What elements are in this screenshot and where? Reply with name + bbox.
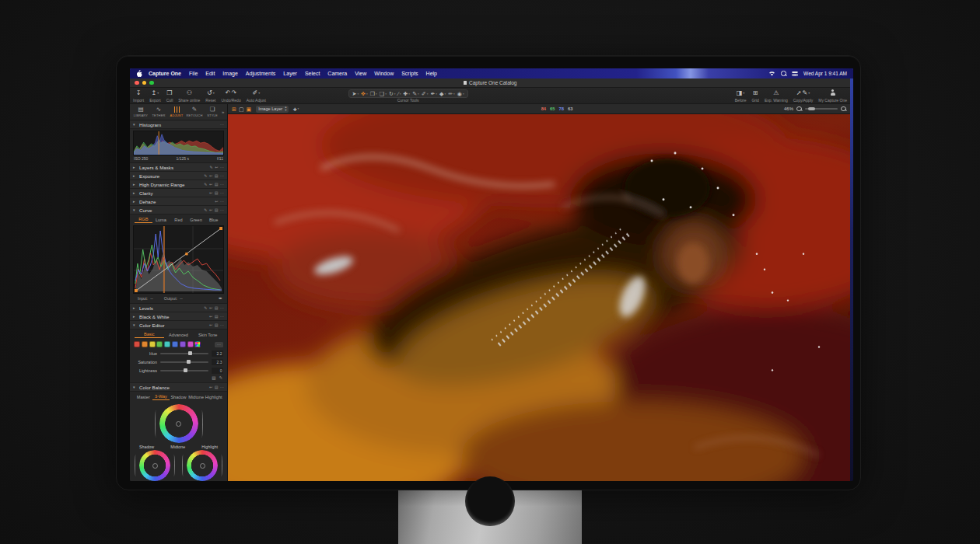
- swatch-orange[interactable]: [142, 341, 148, 347]
- panel-dehaze[interactable]: ▸ Dehaze ↩⋯: [130, 197, 227, 206]
- swatch-all-colors[interactable]: [194, 341, 201, 347]
- color-editor-picker-icon[interactable]: ✎: [219, 375, 222, 380]
- spotlight-search-icon[interactable]: [781, 71, 786, 76]
- lightness-slider[interactable]: [160, 370, 208, 371]
- share-online-button[interactable]: ⚇ Share online: [178, 89, 200, 103]
- lightness-value[interactable]: 0: [212, 368, 223, 374]
- single-view-icon[interactable]: ▢: [239, 106, 244, 112]
- preset-icon[interactable]: ▤: [215, 173, 219, 178]
- zoom-in-icon[interactable]: [841, 106, 846, 112]
- panel-menu-icon[interactable]: ⋯: [220, 199, 224, 204]
- swatch-yellow[interactable]: [149, 341, 156, 347]
- panel-menu-icon[interactable]: ⋯: [220, 173, 224, 178]
- panel-menu-icon[interactable]: ⋯: [220, 165, 224, 169]
- panel-menu-icon[interactable]: ⋯: [220, 323, 224, 327]
- menu-view[interactable]: View: [355, 71, 366, 76]
- curve-picker-icon[interactable]: ✒: [219, 295, 222, 301]
- panel-curve-header[interactable]: ▾ Curve ✎↩▤⋯: [130, 206, 227, 214]
- curve-tab-blue[interactable]: Blue: [205, 218, 222, 223]
- edit-mask-icon[interactable]: ✎: [210, 165, 213, 169]
- panel-color-editor-header[interactable]: ▾ Color Editor ↩▤⋯: [130, 321, 227, 330]
- select-tool[interactable]: ➤▾: [352, 91, 359, 97]
- menu-edit[interactable]: Edit: [205, 71, 215, 76]
- auto-adjust-button[interactable]: ✐▾ Auto Adjust: [247, 89, 266, 103]
- erase-mask-tool[interactable]: ✐▾: [422, 91, 429, 97]
- panel-menu-icon[interactable]: ⋯: [220, 182, 224, 187]
- add-layer-button[interactable]: ✚ ▾: [292, 106, 299, 112]
- rotate-tool[interactable]: ↻▾: [389, 91, 396, 97]
- curve-graph[interactable]: [133, 225, 224, 294]
- draw-mask-tool[interactable]: ✎▾: [412, 91, 419, 97]
- copy-icon[interactable]: ↩: [215, 199, 218, 204]
- menu-file[interactable]: File: [189, 71, 198, 76]
- undo-redo-button[interactable]: ↶↷ Undo/Redo: [221, 89, 240, 103]
- copy-icon[interactable]: ↩: [209, 190, 212, 195]
- edit-icon[interactable]: ✎: [204, 182, 207, 187]
- menu-select[interactable]: Select: [305, 71, 320, 76]
- midtone-color-wheel[interactable]: [159, 404, 198, 443]
- preset-icon[interactable]: ▤: [215, 385, 219, 389]
- panel-histogram-header[interactable]: ▾ Histogram ⋯: [130, 120, 227, 129]
- cb-tab-master[interactable]: Master: [135, 395, 152, 400]
- swatch-magenta[interactable]: [187, 341, 194, 347]
- panel-menu-icon[interactable]: ⋯: [220, 385, 224, 389]
- swatch-green[interactable]: [156, 341, 163, 347]
- menu-image[interactable]: Image: [222, 71, 237, 76]
- copy-icon[interactable]: ↩: [209, 314, 212, 319]
- more-tabs-chevron-icon[interactable]: »: [222, 110, 224, 114]
- curve-tab-green[interactable]: Green: [187, 218, 205, 223]
- gradient-mask-tool[interactable]: ◆▾: [439, 91, 446, 97]
- cb-tab-highlight[interactable]: Highlight: [205, 395, 222, 400]
- menu-adjustments[interactable]: Adjustments: [246, 71, 276, 76]
- copy-icon[interactable]: ↩: [209, 207, 212, 212]
- straighten-tool[interactable]: ∕▾: [398, 91, 401, 96]
- spot-removal-tool[interactable]: ✚▾: [403, 91, 410, 97]
- copy-icon[interactable]: ↩: [209, 305, 212, 310]
- tab-tether[interactable]: ∿ TETHER: [150, 106, 167, 118]
- panel-clarity[interactable]: ▸ Clarity ↩▤⋯: [130, 189, 227, 197]
- layer-selector[interactable]: Image Layer ▴▾: [256, 106, 289, 113]
- tab-adjust[interactable]: ADJUST: [168, 106, 185, 118]
- preset-icon[interactable]: ▤: [215, 190, 219, 195]
- edit-icon[interactable]: ✎: [204, 305, 207, 310]
- edit-icon[interactable]: ✎: [204, 207, 207, 212]
- color-editor-list-icon[interactable]: ▤: [212, 375, 215, 380]
- preset-icon[interactable]: ▤: [215, 323, 219, 327]
- zoom-slider[interactable]: [805, 108, 838, 110]
- multi-view-icon[interactable]: ⊞: [232, 106, 236, 112]
- curve-tab-red[interactable]: Red: [170, 218, 187, 223]
- tab-style[interactable]: ❏ STYLE: [204, 106, 221, 118]
- swatch-purple[interactable]: [180, 341, 186, 347]
- photo-image[interactable]: [228, 114, 850, 481]
- panel-exposure[interactable]: ▸ Exposure ✎↩▤⋯: [130, 172, 227, 180]
- magic-brush-tool[interactable]: ✒▾: [430, 91, 437, 97]
- menubar-clock[interactable]: Wed Apr 1 9:41 AM: [803, 71, 847, 76]
- edit-icon[interactable]: ✎: [204, 173, 207, 178]
- saturation-slider[interactable]: [160, 361, 208, 363]
- preset-icon[interactable]: ▤: [215, 182, 219, 187]
- loupe-tool[interactable]: ❐▾: [370, 91, 377, 97]
- menu-capture-one[interactable]: Capture One: [149, 71, 181, 76]
- shadow-color-wheel[interactable]: [139, 450, 170, 481]
- zoom-out-icon[interactable]: [796, 106, 802, 112]
- copy-icon[interactable]: ↩: [209, 182, 212, 187]
- color-editor-tab-skin-tone[interactable]: Skin Tone: [193, 333, 222, 338]
- before-after-button[interactable]: ◨▾ Before: [735, 89, 747, 103]
- cull-button[interactable]: ❒ Cull: [166, 89, 173, 103]
- crop-tool[interactable]: ❑▾: [380, 91, 387, 97]
- saturation-value[interactable]: 2.3: [212, 359, 223, 365]
- window-titlebar[interactable]: Capture One Catalog: [130, 78, 850, 88]
- highlight-color-wheel[interactable]: [187, 450, 218, 481]
- menu-window[interactable]: Window: [374, 71, 394, 76]
- menu-help[interactable]: Help: [426, 71, 437, 76]
- preset-icon[interactable]: ▤: [215, 207, 219, 212]
- cb-tab-3way[interactable]: 3-Way: [152, 394, 170, 400]
- preset-icon[interactable]: ▤: [215, 305, 219, 310]
- swatch-more-button[interactable]: ⋯: [215, 342, 223, 347]
- menu-scripts[interactable]: Scripts: [401, 71, 418, 76]
- panel-levels[interactable]: ▸ Levels ✎↩▤⋯: [130, 304, 227, 312]
- wifi-icon[interactable]: [768, 71, 775, 76]
- swatch-aqua[interactable]: [164, 341, 170, 347]
- my-capture-one-button[interactable]: My Capture One: [818, 89, 847, 103]
- hue-value[interactable]: 2.2: [212, 350, 223, 357]
